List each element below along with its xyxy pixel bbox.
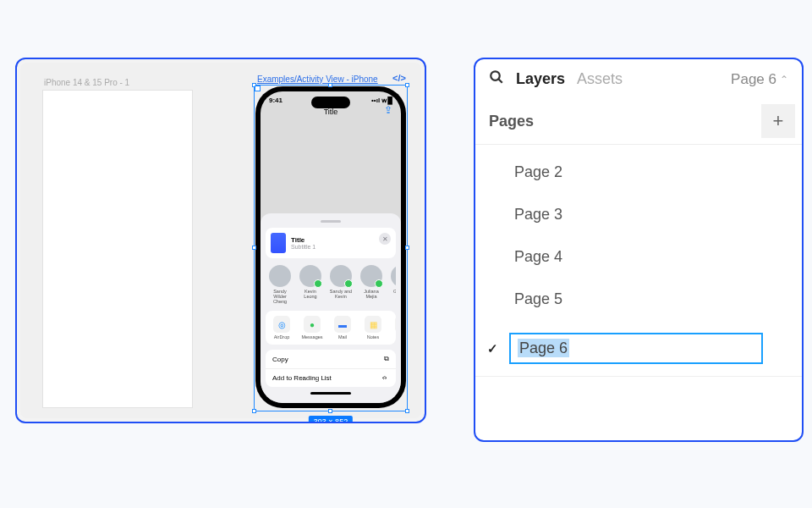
app-label: Messages xyxy=(301,334,322,340)
avatar xyxy=(330,265,352,287)
share-app[interactable]: ▬ Mail xyxy=(330,316,355,340)
svg-line-1 xyxy=(498,79,502,83)
action-label: Copy xyxy=(272,356,288,363)
person-name: Sandy and Kevin xyxy=(328,289,354,299)
app-label: AirDrop xyxy=(274,334,290,340)
grabber-handle[interactable] xyxy=(321,220,341,223)
avatar xyxy=(269,265,291,287)
pages-section-header: Pages + xyxy=(475,99,802,145)
tab-assets[interactable]: Assets xyxy=(577,70,623,88)
apps-row: ◎ AirDrop● Messages▬ Mail▦ Notes⋮ Remin xyxy=(266,311,396,345)
chevron-up-icon: ⌃ xyxy=(780,74,788,86)
status-icons: ••ıl ᴡ█ xyxy=(371,97,392,104)
empty-artboard[interactable] xyxy=(42,90,193,408)
page-item[interactable]: Page 3 xyxy=(475,194,802,236)
svg-point-0 xyxy=(491,71,500,80)
status-time: 9:41 xyxy=(269,97,283,104)
share-app[interactable]: ◎ AirDrop xyxy=(269,316,294,340)
pages-label: Pages xyxy=(489,113,534,130)
search-icon[interactable] xyxy=(489,69,504,89)
app-label: Notes xyxy=(367,334,379,340)
page-name: Page 2 xyxy=(514,163,562,181)
person-name: Kevin Leong xyxy=(298,289,323,299)
page-item[interactable]: Page 5 xyxy=(475,279,802,321)
selected-frame-label[interactable]: Examples/Activity View - iPhone xyxy=(257,75,378,84)
action-icon: ⧉ xyxy=(384,355,389,363)
dev-mode-icon[interactable]: </> xyxy=(392,73,406,83)
artboard-label: iPhone 14 & 15 Pro - 1 xyxy=(44,78,129,87)
phone-screen: 9:41 ••ıl ᴡ█ Title ⇪ Title Subtitle 1 xyxy=(261,91,401,403)
share-person[interactable]: Sandy Wilder Cheng xyxy=(267,265,293,304)
current-page-label: Page 6 xyxy=(731,71,776,88)
home-indicator xyxy=(310,392,351,395)
person-name: Sandy Wilder Cheng xyxy=(267,289,293,304)
share-person[interactable]: Juliana Mejia xyxy=(359,265,384,304)
preview-thumbnail xyxy=(271,233,286,253)
avatar xyxy=(360,265,382,287)
page-name: Page 5 xyxy=(514,290,562,308)
share-app[interactable]: ● Messages xyxy=(299,316,325,340)
share-icon[interactable]: ⇪ xyxy=(384,104,392,116)
action-list: Copy ⧉Add to Reading List ᯅ xyxy=(266,350,396,387)
avatar xyxy=(391,265,396,287)
page-dropdown[interactable]: Page 6 ⌃ xyxy=(731,71,788,88)
action-label: Add to Reading List xyxy=(272,374,332,382)
app-icon: ● xyxy=(304,316,321,333)
share-person[interactable]: Greg Ap xyxy=(389,265,396,304)
add-page-button[interactable]: + xyxy=(761,104,795,138)
share-title: Title xyxy=(291,236,315,244)
page-rename-input[interactable]: Page 6 xyxy=(509,333,763,364)
app-icon: ▬ xyxy=(334,316,351,333)
design-canvas[interactable]: iPhone 14 & 15 Pro - 1 Examples/Activity… xyxy=(15,58,426,423)
page-list: Page 2Page 3Page 4Page 5✓ Page 6 xyxy=(475,145,802,384)
share-person[interactable]: Kevin Leong xyxy=(298,265,323,304)
share-action[interactable]: Add to Reading List ᯅ xyxy=(266,369,396,387)
app-label: Mail xyxy=(338,334,347,340)
share-subtitle: Subtitle 1 xyxy=(291,244,315,250)
dimensions-badge: 393 × 852 xyxy=(309,416,353,423)
app-icon: ◎ xyxy=(273,316,290,333)
check-icon: ✓ xyxy=(487,341,498,356)
person-name: Greg Ap xyxy=(393,289,396,294)
nav-title: Title xyxy=(324,108,338,116)
person-name: Juliana Mejia xyxy=(359,289,384,299)
layers-panel: Layers Assets Page 6 ⌃ Pages + Page 2Pag… xyxy=(474,58,804,442)
avatar xyxy=(299,265,321,287)
nav-bar: Title ⇪ xyxy=(261,104,401,123)
share-person[interactable]: Sandy and Kevin xyxy=(328,265,354,304)
close-icon[interactable]: ✕ xyxy=(379,233,391,245)
page-name: Page 3 xyxy=(514,206,562,224)
people-row: Sandy Wilder Cheng Kevin Leong Sandy and… xyxy=(266,258,396,306)
share-app[interactable]: ▦ Notes xyxy=(360,316,386,340)
share-action[interactable]: Copy ⧉ xyxy=(266,350,396,369)
page-name: Page 4 xyxy=(514,248,562,266)
app-icon: ▦ xyxy=(365,316,381,333)
iphone-device-frame[interactable]: 9:41 ••ıl ᴡ█ Title ⇪ Title Subtitle 1 xyxy=(255,86,406,408)
share-header-card: Title Subtitle 1 ✕ xyxy=(266,228,396,258)
tab-layers[interactable]: Layers xyxy=(516,70,565,88)
panel-tabs: Layers Assets Page 6 ⌃ xyxy=(475,59,802,99)
share-sheet[interactable]: Title Subtitle 1 ✕ Sandy Wilder Cheng Ke… xyxy=(261,213,401,403)
page-item[interactable]: Page 2 xyxy=(475,152,802,194)
action-icon: ᯅ xyxy=(382,374,389,382)
canvas-bg: iPhone 14 & 15 Pro - 1 Examples/Activity… xyxy=(20,63,421,418)
page-item-editing[interactable]: ✓ Page 6 xyxy=(475,321,802,377)
share-app[interactable]: ⋮ Remin xyxy=(391,316,396,340)
page-item[interactable]: Page 4 xyxy=(475,236,802,279)
app-icon: ⋮ xyxy=(395,316,396,333)
